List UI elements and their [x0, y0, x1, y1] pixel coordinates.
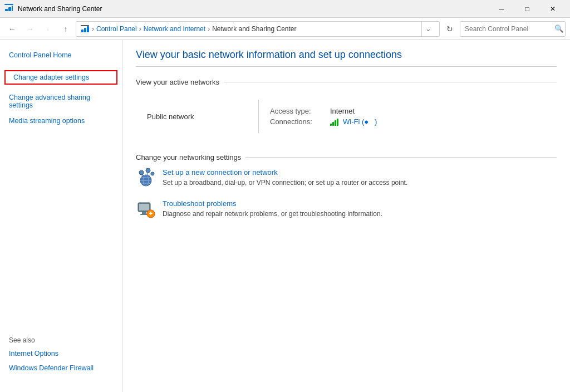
maximize-button[interactable]: □: [514, 0, 540, 18]
network-name: Public network: [136, 112, 247, 121]
new-connection-description: Set up a broadband, dial-up, or VPN conn…: [163, 179, 407, 187]
sidebar-control-panel-home[interactable]: Control Panel Home: [0, 49, 122, 61]
networking-settings-header: Change your networking settings: [136, 153, 557, 161]
path-separator-3: ›: [208, 25, 210, 33]
recent-button[interactable]: ↓: [40, 21, 56, 37]
page-title: View your basic network information and …: [136, 49, 557, 67]
new-connection-link[interactable]: Set up a new connection or network: [163, 168, 407, 177]
sidebar: Control Panel Home Change adapter settin…: [0, 40, 122, 392]
wifi-link[interactable]: Wi-Fi (● ): [343, 117, 377, 126]
content-area: View your basic network information and …: [122, 40, 570, 392]
svg-rect-2: [12, 6, 13, 11]
troubleshoot-icon: [136, 199, 156, 219]
sidebar-change-adapter[interactable]: Change adapter settings: [4, 70, 117, 85]
new-connection-item: Set up a new connection or network Set u…: [136, 168, 557, 188]
svg-point-14: [146, 168, 150, 173]
troubleshoot-text: Troubleshoot problems Diagnose and repai…: [163, 199, 382, 218]
title-bar: Network and Sharing Center ─ □ ✕: [0, 0, 570, 18]
svg-rect-1: [8, 7, 11, 11]
access-type-value: Internet: [330, 107, 355, 115]
minimize-button[interactable]: ─: [489, 0, 514, 18]
svg-rect-7: [81, 25, 89, 26]
breadcrumb-control-panel[interactable]: Control Panel: [96, 25, 137, 33]
new-connection-text: Set up a new connection or network Set u…: [163, 168, 407, 187]
see-also-label: See also: [9, 336, 113, 344]
window-icon: [4, 3, 13, 14]
main-layout: Control Panel Home Change adapter settin…: [0, 40, 570, 392]
svg-rect-25: [150, 212, 151, 215]
svg-point-15: [151, 172, 154, 175]
address-bar: ← → ↓ ↑ › Control Panel › Network and In…: [0, 18, 570, 40]
address-path: › Control Panel › Network and Internet ›…: [76, 21, 440, 37]
sidebar-see-also: See also Internet Options Windows Defend…: [0, 327, 122, 383]
search-button[interactable]: 🔍: [553, 22, 565, 36]
address-dropdown-button[interactable]: ⌄: [421, 21, 435, 37]
network-info: Access type: Internet Connections: Wi-Fi…: [270, 107, 377, 126]
search-input[interactable]: [460, 22, 553, 36]
breadcrumb-network-internet[interactable]: Network and Internet: [144, 25, 205, 33]
search-box: 🔍: [460, 21, 566, 37]
active-networks-box: Public network Access type: Internet Con…: [136, 93, 557, 140]
network-divider: [258, 100, 259, 133]
svg-rect-21: [142, 212, 146, 214]
troubleshoot-description: Diagnose and repair network problems, or…: [163, 210, 382, 218]
connections-row: Connections: Wi-Fi (● ): [270, 117, 377, 126]
sidebar-advanced-sharing[interactable]: Change advanced sharing settings: [0, 91, 122, 111]
svg-point-13: [139, 170, 144, 175]
path-separator-2: ›: [139, 25, 141, 33]
window-title: Network and Sharing Center: [18, 5, 102, 13]
troubleshoot-item: Troubleshoot problems Diagnose and repai…: [136, 199, 557, 219]
svg-rect-3: [4, 4, 13, 5]
window-controls: ─ □ ✕: [489, 0, 566, 18]
active-networks-header: View your active networks: [136, 78, 557, 86]
sidebar-internet-options[interactable]: Internet Options: [9, 347, 113, 360]
close-button[interactable]: ✕: [540, 0, 566, 18]
svg-rect-5: [84, 28, 86, 32]
path-icon: [81, 24, 90, 33]
up-button[interactable]: ↑: [58, 21, 73, 37]
svg-rect-0: [5, 9, 8, 11]
troubleshoot-link[interactable]: Troubleshoot problems: [163, 199, 382, 208]
wifi-signal-icon: [330, 118, 338, 126]
connections-label: Connections:: [270, 117, 326, 126]
svg-rect-6: [87, 26, 89, 32]
back-button[interactable]: ←: [4, 21, 20, 37]
svg-line-18: [149, 174, 151, 175]
svg-rect-20: [139, 204, 149, 210]
sidebar-windows-firewall[interactable]: Windows Defender Firewall: [9, 362, 113, 374]
path-separator-1: ›: [92, 25, 94, 33]
new-connection-icon: [136, 168, 156, 188]
sidebar-media-streaming[interactable]: Media streaming options: [0, 115, 122, 127]
access-type-row: Access type: Internet: [270, 107, 377, 115]
breadcrumb-current: Network and Sharing Center: [212, 25, 296, 33]
refresh-button[interactable]: ↻: [442, 21, 458, 37]
access-type-label: Access type:: [270, 107, 326, 115]
forward-button[interactable]: →: [22, 21, 38, 37]
svg-rect-4: [81, 30, 83, 32]
